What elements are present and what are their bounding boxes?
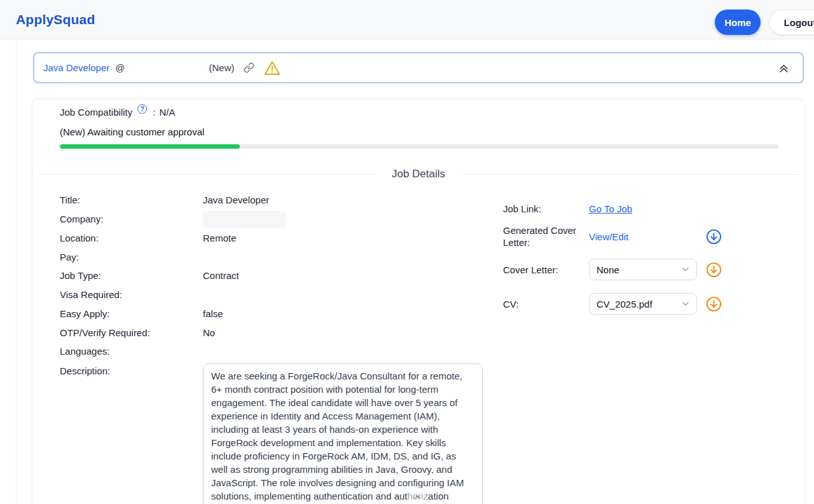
header-nav: Home Logout [715,10,814,35]
field-label: Location: [60,233,203,243]
view-edit-link[interactable]: View/Edit [589,231,703,242]
go-to-job-link[interactable]: Go To Job [589,203,703,214]
collapse-chevron-icon[interactable] [778,62,790,74]
field-label: Company: [60,214,203,224]
company-name-redacted [125,62,209,74]
app-logo[interactable]: ApplySquad [16,12,95,27]
job-details-fields: Title: Java Developer Company: Location:… [60,191,499,504]
download-cover-letter-icon[interactable] [706,262,722,278]
field-row-description: Description: We are seeking a ForgeRock/… [60,364,499,504]
content-left-border [16,39,17,504]
link-icon[interactable] [244,62,254,73]
page: ApplySquad Home Logout Java Developer @ … [0,0,814,504]
field-row-company: Company: [60,210,499,229]
field-value: Contract [203,270,239,281]
field-label: Description: [60,364,203,376]
field-label: Pay: [60,252,203,262]
field-value: Java Developer [203,194,269,205]
scroll-top-button[interactable] [407,487,427,504]
documents-panel: Job Link: Go To Job Generated Cover Lett… [503,203,751,315]
home-button[interactable]: Home [715,10,761,35]
cover-letter-label: Cover Letter: [503,264,589,276]
field-row-title: Title: Java Developer [60,191,499,210]
download-generated-cover-letter-icon[interactable] [706,229,722,245]
company-value-redacted [203,211,286,228]
field-value: false [203,308,223,319]
job-title-link[interactable]: Java Developer [43,62,109,73]
cover-letter-row: Cover Letter: None [503,259,751,280]
field-value: No [203,327,215,338]
cv-label: CV: [503,298,589,310]
divider-line-right [462,174,798,175]
job-header-card[interactable]: Java Developer @ (New) [33,52,804,83]
compatibility-label: Job Compatibility [60,107,132,118]
chevron-down-icon [682,266,689,273]
download-cv-icon[interactable] [706,296,722,312]
field-label: Visa Required: [60,289,203,300]
field-label: Job Type: [60,270,203,281]
cv-select[interactable]: CV_2025.pdf [589,293,697,315]
compatibility-value: N/A [159,107,175,118]
job-status-text: (New) [209,62,234,73]
at-symbol: @ [115,62,125,73]
progress-bar [60,144,778,149]
cv-row: CV: CV_2025.pdf [503,293,751,315]
field-row-location: Location: Remote [60,229,499,248]
cover-letter-selected-value: None [597,264,619,275]
status-line: (New) Awaiting customer approval [60,126,204,137]
cover-letter-select[interactable]: None [589,259,697,280]
field-row-easy-apply: Easy Apply: false [60,304,499,324]
compatibility-separator: : [153,107,155,118]
compatibility-row: Job Compatibility ? : N/A [60,107,175,118]
generated-cover-letter-row: Generated Cover Letter: View/Edit [503,222,751,250]
field-label: Easy Apply: [60,308,203,319]
job-link-label: Job Link: [503,203,589,215]
job-link-row: Job Link: Go To Job [503,203,751,215]
section-divider: Job Details [39,167,798,182]
field-row-languages: Languages: [60,342,499,361]
warning-icon[interactable] [264,60,280,76]
logout-button[interactable]: Logout [769,10,814,35]
app-header: ApplySquad Home Logout [0,0,814,39]
job-details-card: Job Compatibility ? : N/A (New) Awaiting… [32,99,805,504]
section-title: Job Details [375,168,462,180]
description-textarea[interactable]: We are seeking a ForgeRock/Java Consulta… [203,364,483,504]
field-row-otp: OTP/Verify Required: No [60,323,499,342]
field-row-job-type: Job Type: Contract [60,266,499,285]
field-label: OTP/Verify Required: [60,327,203,338]
field-row-visa: Visa Required: [60,285,499,304]
cv-selected-value: CV_2025.pdf [597,299,652,310]
help-icon[interactable]: ? [137,104,147,114]
field-label: Languages: [60,346,203,357]
chevron-down-icon [682,300,689,308]
field-value: Remote [203,233,237,243]
divider-line-left [39,174,375,175]
chevron-up-icon [413,493,422,501]
generated-cover-letter-label: Generated Cover Letter: [503,224,589,249]
field-label: Title: [60,194,203,205]
field-row-pay: Pay: [60,247,499,266]
progress-fill [60,144,240,149]
